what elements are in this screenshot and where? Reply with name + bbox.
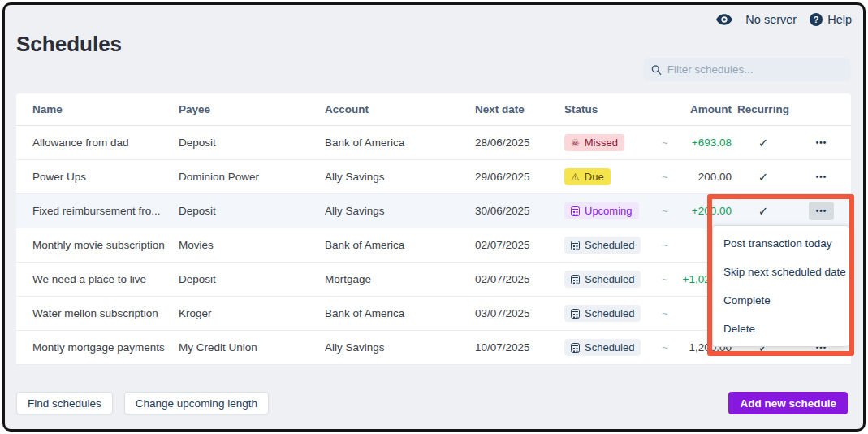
cell-account: Bank of America [325, 137, 475, 149]
context-menu: Post transaction today Skip next schedul… [712, 225, 849, 347]
search-icon [651, 64, 662, 76]
cell-name: We need a place to live [32, 273, 179, 285]
row-menu-button[interactable]: ••• [809, 133, 835, 152]
calendar-icon [571, 206, 580, 216]
topbar: No server ? Help [716, 13, 852, 26]
help-button[interactable]: ? Help [810, 13, 852, 26]
header-payee: Payee [179, 103, 325, 115]
cell-name: Water mellon subscription [32, 307, 179, 319]
add-new-schedule-button[interactable]: Add new schedule [728, 392, 848, 414]
status-label: Missed [585, 137, 618, 149]
recurring-check-icon: ✓ [758, 136, 769, 150]
menu-item-complete[interactable]: Complete [713, 286, 849, 315]
cell-name: Montly mortgage payments [32, 341, 179, 354]
server-status-label: No server [745, 13, 797, 26]
header-amount: Amount [680, 103, 735, 115]
cell-payee: Dominion Power [179, 171, 325, 183]
cell-account: Mortgage [325, 273, 475, 285]
cell-amount: 200.00 [680, 171, 735, 183]
status-label: Upcoming [585, 205, 633, 217]
skull-icon: ☠ [571, 138, 580, 148]
help-label: Help [827, 13, 852, 26]
status-badge: ⚠ Due [564, 168, 611, 185]
app-window: No server ? Help Schedules Name Payee Ac… [2, 2, 866, 432]
status-badge: Scheduled [564, 271, 641, 288]
cell-amount: +200.00 [680, 205, 735, 217]
page-title: Schedules [16, 32, 122, 57]
warning-icon: ⚠ [571, 172, 580, 182]
status-label: Due [585, 171, 604, 183]
status-badge: Upcoming [564, 202, 639, 219]
header-account: Account [325, 103, 475, 115]
cell-payee: Movies [179, 239, 325, 251]
cell-payee: Deposit [179, 137, 325, 149]
cell-account: Bank of America [325, 307, 475, 319]
server-status-button[interactable]: No server [745, 13, 797, 26]
help-icon: ? [810, 13, 823, 26]
status-label: Scheduled [585, 307, 634, 319]
table-row[interactable]: Fixed reimbursement fro... Deposit Ally … [16, 194, 851, 228]
cell-payee: Deposit [179, 273, 325, 285]
cell-name: Allowance from dad [32, 137, 179, 149]
cell-payee: My Credit Union [179, 341, 325, 354]
cell-account: Ally Savings [325, 205, 475, 217]
approx-indicator: ~ [662, 137, 680, 149]
cell-account: Ally Savings [325, 171, 475, 183]
menu-item-delete[interactable]: Delete [713, 315, 849, 343]
approx-indicator: ~ [662, 341, 680, 354]
cell-name: Power Ups [32, 171, 179, 183]
recurring-check-icon: ✓ [758, 204, 769, 218]
header-status: Status [564, 103, 662, 115]
footer-actions: Find schedules Change upcoming length [16, 392, 269, 414]
menu-item-post-transaction-today[interactable]: Post transaction today [713, 229, 849, 258]
cell-next-date: 02/07/2025 [475, 273, 564, 285]
status-badge: ☠ Missed [564, 134, 624, 151]
header-name: Name [32, 103, 179, 115]
cell-payee: Kroger [179, 307, 325, 319]
recurring-check-icon: ✓ [758, 170, 769, 184]
approx-indicator: ~ [662, 239, 680, 251]
change-upcoming-length-button[interactable]: Change upcoming length [124, 392, 269, 414]
cell-next-date: 10/07/2025 [475, 341, 564, 354]
cell-account: Bank of America [325, 239, 475, 251]
approx-indicator: ~ [662, 171, 680, 183]
calendar-icon [571, 309, 580, 319]
header-recurring: Recurring [735, 103, 792, 115]
status-label: Scheduled [585, 341, 634, 354]
status-badge: Scheduled [564, 305, 641, 322]
eye-icon [716, 14, 732, 25]
cell-next-date: 30/06/2025 [475, 205, 564, 217]
cell-name: Fixed reimbursement fro... [32, 205, 179, 217]
header-next-date: Next date [475, 103, 564, 115]
filter-input[interactable] [667, 63, 843, 76]
filter-box[interactable] [644, 58, 850, 81]
cell-payee: Deposit [179, 205, 325, 217]
approx-indicator: ~ [662, 205, 680, 217]
table-row[interactable]: Power Ups Dominion Power Ally Savings 29… [16, 160, 851, 194]
approx-indicator: ~ [662, 307, 680, 319]
table-header: Name Payee Account Next date Status Amou… [16, 93, 851, 126]
cell-next-date: 03/07/2025 [475, 307, 564, 319]
row-menu-button[interactable]: ••• [809, 202, 835, 220]
status-label: Scheduled [585, 273, 634, 285]
cell-next-date: 29/06/2025 [475, 171, 564, 183]
cell-account: Ally Savings [325, 341, 475, 354]
menu-item-skip-next-scheduled-date[interactable]: Skip next scheduled date [713, 258, 849, 286]
cell-next-date: 02/07/2025 [475, 239, 564, 251]
row-menu-button[interactable]: ••• [809, 167, 835, 186]
calendar-icon [571, 343, 580, 353]
table-row[interactable]: Allowance from dad Deposit Bank of Ameri… [16, 126, 851, 160]
privacy-toggle-button[interactable] [716, 14, 732, 25]
status-badge: Scheduled [564, 339, 641, 356]
cell-name: Monthly movie subscription [32, 239, 179, 251]
status-badge: Scheduled [564, 237, 641, 254]
calendar-icon [571, 241, 580, 250]
approx-indicator: ~ [662, 273, 680, 285]
calendar-icon [571, 275, 580, 284]
status-label: Scheduled [585, 239, 634, 251]
cell-next-date: 28/06/2025 [475, 137, 564, 149]
find-schedules-button[interactable]: Find schedules [16, 392, 113, 414]
cell-amount: +693.08 [680, 137, 735, 149]
